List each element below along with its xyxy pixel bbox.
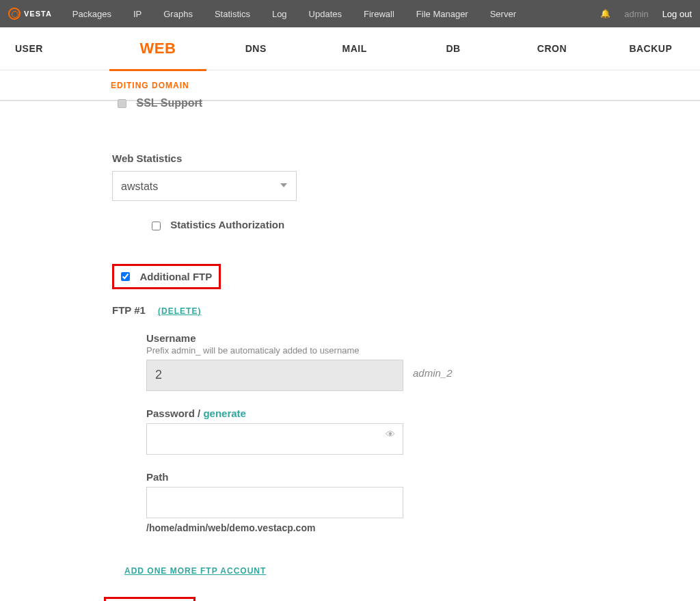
eye-icon[interactable]: 👁 [386,429,395,440]
password-input[interactable] [146,423,403,455]
ftp-section-head: FTP #1 (DELETE) [112,304,677,316]
nav-updates[interactable]: Updates [309,9,342,19]
main-nav: USER WEB DNS MAIL DB CRON BACKUP [0,27,700,70]
nav-ip[interactable]: IP [133,9,142,19]
form-content: SSL Support Web Statistics awstats Stati… [0,101,677,601]
tab-mail[interactable]: MAIL [305,27,403,70]
password-block: Password / generate 👁 [146,408,677,455]
additional-ftp-highlight: Additional FTP [112,264,221,289]
tab-backup[interactable]: BACKUP [602,27,700,70]
web-stats-select[interactable]: awstats [112,171,297,201]
logo-text: VESTA [24,10,52,18]
username-full: admin_2 [413,367,453,379]
username-block: Username Prefix admin_ will be automatic… [146,332,677,391]
nav-statistics[interactable]: Statistics [215,9,250,19]
nav-file-manager[interactable]: File Manager [416,9,468,19]
top-nav: Packages IP Graphs Statistics Log Update… [72,9,600,19]
save-highlight: Save [104,597,196,601]
tab-db[interactable]: DB [404,27,502,70]
nav-graphs[interactable]: Graphs [163,9,193,19]
stats-auth-checkbox[interactable] [152,222,161,230]
web-stats-label: Web Statistics [112,152,677,164]
user-link[interactable]: admin [624,9,648,19]
tab-cron[interactable]: CRON [502,27,601,70]
logout-link[interactable]: Log out [662,9,692,19]
additional-ftp-label: Additional FTP [139,271,212,282]
username-hint: Prefix admin_ will be automaticaly added… [146,345,677,356]
nav-server[interactable]: Server [490,9,516,19]
stats-auth-row: Statistics Authorization [112,219,677,232]
password-label-row: Password / generate [146,408,677,419]
tab-user[interactable]: USER [0,27,109,70]
password-generate-link[interactable]: generate [203,408,246,419]
path-label: Path [146,471,677,483]
username-input[interactable] [146,360,403,391]
additional-ftp-checkbox[interactable] [121,272,130,281]
nav-log[interactable]: Log [272,9,287,19]
tab-dns[interactable]: DNS [206,27,305,70]
tab-web[interactable]: WEB [109,28,206,71]
ftp-delete-link[interactable]: (DELETE) [158,306,201,316]
nav-packages[interactable]: Packages [72,9,111,19]
path-input[interactable] [146,487,403,518]
ftp-number-label: FTP #1 [112,304,146,316]
nav-firewall[interactable]: Firewall [364,9,394,19]
path-block: Path /home/admin/web/demo.vestacp.com [146,471,677,533]
logo-icon [8,8,21,20]
vesta-logo[interactable]: VESTA [8,8,52,20]
add-ftp-link[interactable]: ADD ONE MORE FTP ACCOUNT [124,566,266,576]
stats-auth-label: Statistics Authorization [170,219,284,230]
web-stats-select-wrap: awstats [112,171,297,201]
ssl-label: SSL Support [136,97,202,109]
ssl-row: SSL Support [112,97,677,113]
ssl-checkbox[interactable] [118,99,126,108]
password-label: Password / [146,408,203,419]
button-row: Save Back [104,597,677,601]
path-hint: /home/admin/web/demo.vestacp.com [146,522,677,533]
username-label: Username [146,332,677,344]
top-bar: VESTA Packages IP Graphs Statistics Log … [0,0,700,27]
bell-icon[interactable]: 🔔 [600,9,610,18]
editing-domain-label: EDITING DOMAIN [111,81,189,90]
